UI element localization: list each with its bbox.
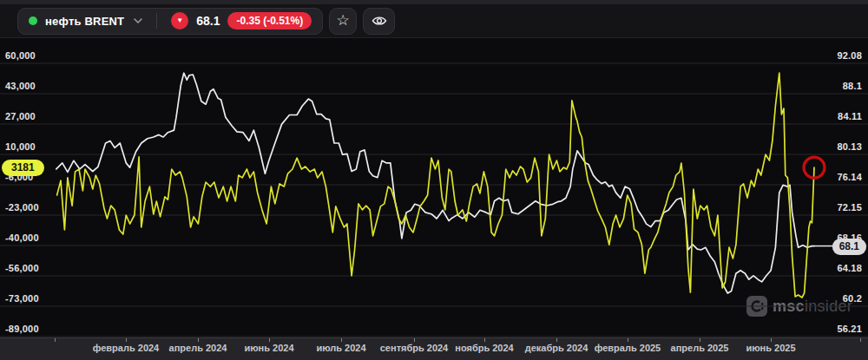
x-axis-label: июнь 2025 bbox=[746, 343, 795, 353]
right-axis-label: 56.21 bbox=[837, 324, 862, 335]
x-axis-tick bbox=[341, 338, 342, 342]
left-axis-label: -56,000 bbox=[5, 263, 39, 274]
left-axis-label: 60,000 bbox=[5, 50, 36, 62]
right-axis-label: 88.1 bbox=[843, 81, 862, 92]
left-axis-label: 43,000 bbox=[5, 81, 36, 92]
x-axis-label: апрель 2024 bbox=[169, 343, 227, 353]
right-axis-current-price-badge: 68.1 bbox=[832, 239, 866, 255]
x-axis-label: февраль 2024 bbox=[93, 343, 159, 353]
left-axis-label: -89,000 bbox=[5, 324, 39, 335]
x-axis-tick bbox=[860, 338, 861, 342]
right-axis-label: 92.08 bbox=[837, 50, 862, 62]
x-axis-tick bbox=[414, 338, 415, 342]
right-axis-label: 80.13 bbox=[837, 141, 862, 153]
x-axis-label: июль 2024 bbox=[316, 343, 365, 353]
x-axis-tick bbox=[771, 338, 772, 342]
right-axis-label: 76.14 bbox=[837, 172, 862, 183]
x-axis-tick bbox=[484, 338, 485, 342]
right-axis-label: 60.2 bbox=[843, 293, 862, 304]
left-axis-label: -73,000 bbox=[5, 293, 39, 304]
x-axis-label: сентябрь 2024 bbox=[380, 343, 449, 353]
x-axis-label: февраль 2025 bbox=[595, 343, 661, 353]
left-axis-label: -40,000 bbox=[5, 232, 39, 244]
right-axis-label: 72.15 bbox=[837, 202, 862, 213]
x-axis-tick bbox=[269, 338, 270, 342]
x-axis-label: июнь 2024 bbox=[244, 343, 293, 353]
right-axis-label: 84.11 bbox=[838, 111, 862, 122]
x-axis-tick bbox=[126, 338, 127, 342]
left-axis-label: 27,000 bbox=[5, 111, 36, 122]
x-axis-label: апрель 2025 bbox=[671, 343, 729, 353]
x-axis-label: ноябрь 2024 bbox=[455, 343, 513, 353]
x-axis-label: декабрь 2024 bbox=[525, 343, 589, 353]
x-axis-tick bbox=[628, 338, 628, 342]
right-axis-label: 64.18 bbox=[837, 263, 862, 274]
time-axis[interactable]: февраль 2024апрель 2024июнь 2024июль 202… bbox=[0, 337, 868, 360]
x-axis-tick bbox=[556, 338, 557, 342]
left-axis-label: 10,000 bbox=[5, 141, 36, 153]
left-axis-label: -23,000 bbox=[5, 202, 39, 213]
left-axis-current-value-badge: 3181 bbox=[2, 160, 44, 176]
x-axis-tick bbox=[198, 338, 199, 342]
x-axis-tick bbox=[55, 338, 56, 342]
x-axis-tick bbox=[700, 338, 700, 342]
chart-plot[interactable] bbox=[0, 0, 868, 360]
